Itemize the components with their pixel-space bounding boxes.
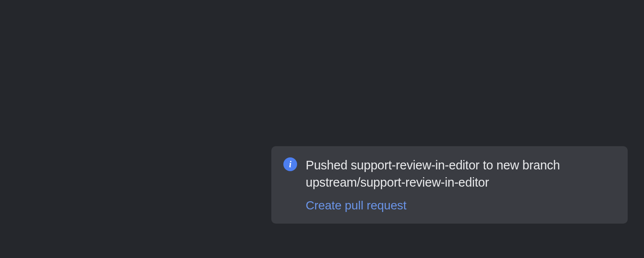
create-pull-request-link[interactable]: Create pull request	[306, 199, 616, 212]
notification-message: Pushed support-review-in-editor to new b…	[306, 157, 616, 191]
info-icon: i	[283, 157, 297, 171]
notification-toast: i Pushed support-review-in-editor to new…	[271, 146, 628, 224]
info-icon-glyph: i	[289, 160, 292, 169]
notification-content: Pushed support-review-in-editor to new b…	[306, 157, 616, 212]
